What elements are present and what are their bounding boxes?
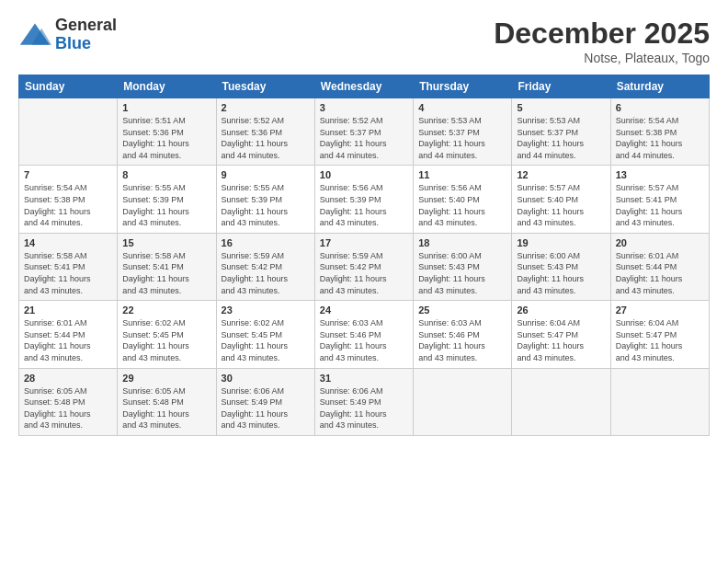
calendar-cell: 4Sunrise: 5:53 AMSunset: 5:37 PMDaylight…	[414, 98, 512, 166]
calendar-week-row: 21Sunrise: 6:01 AMSunset: 5:44 PMDayligh…	[19, 301, 710, 368]
day-header-saturday: Saturday	[610, 75, 709, 98]
day-number: 17	[320, 237, 408, 248]
day-number: 23	[222, 304, 310, 316]
day-number: 15	[122, 237, 210, 248]
calendar-cell: 30Sunrise: 6:06 AMSunset: 5:49 PMDayligh…	[216, 368, 314, 435]
month-title: December 2025	[494, 17, 710, 51]
day-header-monday: Monday	[118, 75, 216, 98]
day-info: Sunrise: 6:01 AMSunset: 5:44 PMDaylight:…	[24, 317, 112, 363]
calendar-cell: 14Sunrise: 5:58 AMSunset: 5:41 PMDayligh…	[19, 233, 118, 300]
calendar-cell: 10Sunrise: 5:56 AMSunset: 5:39 PMDayligh…	[314, 166, 413, 233]
day-number: 28	[24, 373, 112, 384]
day-info: Sunrise: 6:03 AMSunset: 5:46 PMDaylight:…	[320, 317, 408, 363]
day-info: Sunrise: 5:53 AMSunset: 5:37 PMDaylight:…	[517, 115, 605, 161]
day-header-friday: Friday	[512, 75, 610, 98]
day-number: 3	[320, 102, 408, 113]
calendar-cell: 26Sunrise: 6:04 AMSunset: 5:47 PMDayligh…	[512, 301, 610, 368]
calendar-cell	[19, 98, 118, 166]
day-info: Sunrise: 5:57 AMSunset: 5:40 PMDaylight:…	[517, 182, 605, 228]
calendar-cell: 9Sunrise: 5:55 AMSunset: 5:39 PMDaylight…	[216, 166, 314, 233]
calendar-cell: 27Sunrise: 6:04 AMSunset: 5:47 PMDayligh…	[610, 301, 709, 368]
day-number: 29	[122, 373, 210, 384]
day-number: 4	[418, 102, 506, 113]
calendar-cell: 16Sunrise: 5:59 AMSunset: 5:42 PMDayligh…	[216, 233, 314, 300]
day-number: 8	[122, 169, 210, 180]
day-header-sunday: Sunday	[19, 75, 118, 98]
page: General Blue December 2025 Notse, Platea…	[0, 0, 728, 563]
day-info: Sunrise: 6:06 AMSunset: 5:49 PMDaylight:…	[320, 385, 408, 431]
day-info: Sunrise: 5:59 AMSunset: 5:42 PMDaylight:…	[222, 250, 310, 296]
day-number: 24	[320, 304, 408, 316]
day-number: 10	[320, 169, 408, 180]
day-info: Sunrise: 6:06 AMSunset: 5:49 PMDaylight:…	[222, 385, 310, 431]
day-info: Sunrise: 5:59 AMSunset: 5:42 PMDaylight:…	[320, 250, 408, 296]
calendar-cell: 20Sunrise: 6:01 AMSunset: 5:44 PMDayligh…	[610, 233, 709, 300]
calendar-cell: 13Sunrise: 5:57 AMSunset: 5:41 PMDayligh…	[610, 166, 709, 233]
day-number: 16	[222, 237, 310, 248]
calendar-cell: 7Sunrise: 5:54 AMSunset: 5:38 PMDaylight…	[19, 166, 118, 233]
day-info: Sunrise: 5:55 AMSunset: 5:39 PMDaylight:…	[122, 182, 210, 228]
calendar-cell: 8Sunrise: 5:55 AMSunset: 5:39 PMDaylight…	[118, 166, 216, 233]
calendar: SundayMondayTuesdayWednesdayThursdayFrid…	[18, 75, 710, 436]
day-info: Sunrise: 6:02 AMSunset: 5:45 PMDaylight:…	[122, 317, 210, 363]
calendar-cell: 5Sunrise: 5:53 AMSunset: 5:37 PMDaylight…	[512, 98, 610, 166]
day-number: 19	[517, 237, 605, 248]
day-number: 6	[616, 102, 704, 113]
calendar-cell	[512, 368, 610, 435]
day-info: Sunrise: 5:54 AMSunset: 5:38 PMDaylight:…	[616, 115, 704, 161]
calendar-cell: 3Sunrise: 5:52 AMSunset: 5:37 PMDaylight…	[314, 98, 413, 166]
day-info: Sunrise: 5:54 AMSunset: 5:38 PMDaylight:…	[24, 182, 112, 228]
day-number: 21	[24, 304, 112, 316]
calendar-week-row: 28Sunrise: 6:05 AMSunset: 5:48 PMDayligh…	[19, 368, 710, 435]
header: General Blue December 2025 Notse, Platea…	[18, 17, 710, 65]
calendar-cell: 23Sunrise: 6:02 AMSunset: 5:45 PMDayligh…	[216, 301, 314, 368]
title-block: December 2025 Notse, Plateaux, Togo	[494, 17, 710, 65]
day-info: Sunrise: 5:53 AMSunset: 5:37 PMDaylight:…	[418, 115, 506, 161]
day-info: Sunrise: 5:56 AMSunset: 5:39 PMDaylight:…	[320, 182, 408, 228]
day-info: Sunrise: 6:02 AMSunset: 5:45 PMDaylight:…	[222, 317, 310, 363]
calendar-week-row: 7Sunrise: 5:54 AMSunset: 5:38 PMDaylight…	[19, 166, 710, 233]
calendar-cell: 22Sunrise: 6:02 AMSunset: 5:45 PMDayligh…	[118, 301, 216, 368]
calendar-cell: 18Sunrise: 6:00 AMSunset: 5:43 PMDayligh…	[414, 233, 512, 300]
day-number: 25	[418, 304, 506, 316]
day-number: 5	[517, 102, 605, 113]
day-info: Sunrise: 6:03 AMSunset: 5:46 PMDaylight:…	[418, 317, 506, 363]
calendar-cell: 6Sunrise: 5:54 AMSunset: 5:38 PMDaylight…	[610, 98, 709, 166]
calendar-cell: 1Sunrise: 5:51 AMSunset: 5:36 PMDaylight…	[118, 98, 216, 166]
day-number: 30	[222, 373, 310, 384]
logo: General Blue	[18, 17, 117, 53]
day-info: Sunrise: 6:00 AMSunset: 5:43 PMDaylight:…	[418, 250, 506, 296]
day-number: 18	[418, 237, 506, 248]
calendar-cell: 12Sunrise: 5:57 AMSunset: 5:40 PMDayligh…	[512, 166, 610, 233]
calendar-cell: 19Sunrise: 6:00 AMSunset: 5:43 PMDayligh…	[512, 233, 610, 300]
day-header-tuesday: Tuesday	[216, 75, 314, 98]
day-number: 20	[616, 237, 704, 248]
calendar-cell: 11Sunrise: 5:56 AMSunset: 5:40 PMDayligh…	[414, 166, 512, 233]
calendar-week-row: 14Sunrise: 5:58 AMSunset: 5:41 PMDayligh…	[19, 233, 710, 300]
calendar-cell: 15Sunrise: 5:58 AMSunset: 5:41 PMDayligh…	[118, 233, 216, 300]
calendar-cell: 31Sunrise: 6:06 AMSunset: 5:49 PMDayligh…	[314, 368, 413, 435]
calendar-cell: 17Sunrise: 5:59 AMSunset: 5:42 PMDayligh…	[314, 233, 413, 300]
calendar-cell: 2Sunrise: 5:52 AMSunset: 5:36 PMDaylight…	[216, 98, 314, 166]
day-number: 7	[24, 169, 112, 180]
day-info: Sunrise: 5:58 AMSunset: 5:41 PMDaylight:…	[122, 250, 210, 296]
day-number: 22	[122, 304, 210, 316]
calendar-cell: 25Sunrise: 6:03 AMSunset: 5:46 PMDayligh…	[414, 301, 512, 368]
day-number: 26	[517, 304, 605, 316]
logo-general-text: General	[55, 17, 117, 35]
day-info: Sunrise: 6:05 AMSunset: 5:48 PMDaylight:…	[24, 385, 112, 431]
day-number: 31	[320, 373, 408, 384]
day-info: Sunrise: 5:58 AMSunset: 5:41 PMDaylight:…	[24, 250, 112, 296]
day-info: Sunrise: 5:52 AMSunset: 5:36 PMDaylight:…	[222, 115, 310, 161]
calendar-cell	[610, 368, 709, 435]
day-number: 9	[222, 169, 310, 180]
calendar-cell	[414, 368, 512, 435]
day-number: 12	[517, 169, 605, 180]
day-number: 1	[122, 102, 210, 113]
calendar-cell: 21Sunrise: 6:01 AMSunset: 5:44 PMDayligh…	[19, 301, 118, 368]
day-info: Sunrise: 6:05 AMSunset: 5:48 PMDaylight:…	[122, 385, 210, 431]
logo-icon	[18, 21, 51, 49]
day-number: 11	[418, 169, 506, 180]
day-number: 2	[222, 102, 310, 113]
logo-text: General Blue	[55, 17, 117, 53]
